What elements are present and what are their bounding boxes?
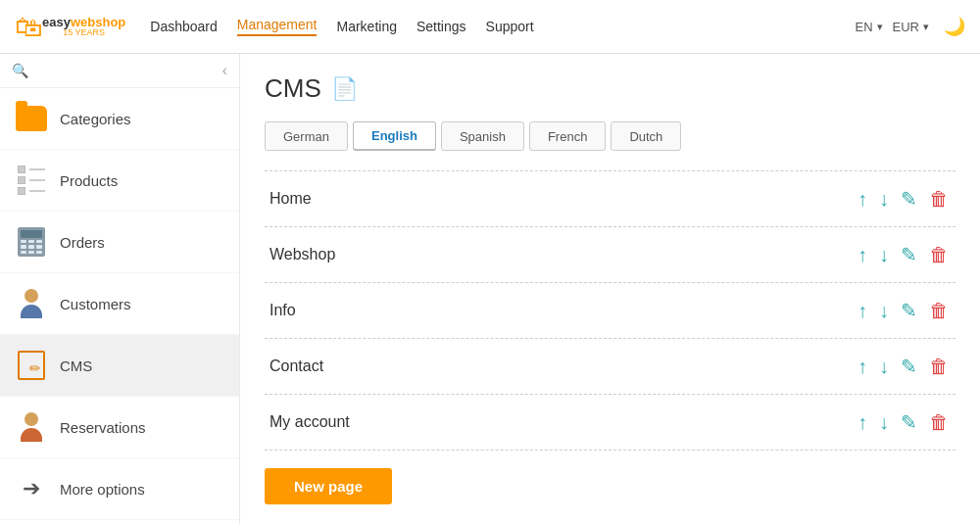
currency-selector[interactable]: EUR ▾: [893, 20, 929, 34]
sidebar-label-products: Products: [60, 172, 118, 189]
edit-button[interactable]: ✎: [899, 185, 919, 213]
main-nav: Dashboard Management Marketing Settings …: [150, 17, 533, 36]
nav-marketing[interactable]: Marketing: [336, 19, 396, 34]
lang-chevron-icon: ▾: [877, 21, 883, 33]
page-actions-info: ↑ ↓ ✎ 🗑: [856, 297, 951, 324]
search-bar: 🔍 ‹: [0, 54, 239, 88]
tab-german[interactable]: German: [265, 121, 348, 151]
edit-button[interactable]: ✎: [899, 297, 919, 324]
new-page-button[interactable]: New page: [265, 468, 392, 504]
customers-icon: [15, 287, 48, 320]
sidebar: 🔍 ‹ Categories: [0, 54, 240, 524]
nav-settings[interactable]: Settings: [416, 19, 466, 34]
currency-label: EUR: [893, 20, 919, 34]
page-actions-webshop: ↑ ↓ ✎ 🗑: [856, 241, 951, 268]
move-down-button[interactable]: ↓: [877, 298, 891, 324]
move-down-button[interactable]: ↓: [877, 409, 891, 436]
page-actions-home: ↑ ↓ ✎ 🗑: [856, 185, 951, 213]
cms-icon: ✏: [15, 349, 48, 382]
search-input[interactable]: [34, 64, 222, 78]
edit-button[interactable]: ✎: [899, 241, 919, 268]
page-actions-my-account: ↑ ↓ ✎ 🗑: [856, 408, 951, 436]
sidebar-item-orders[interactable]: Orders: [0, 212, 239, 273]
move-down-button[interactable]: ↓: [877, 354, 891, 380]
table-row: Contact ↑ ↓ ✎ 🗑: [265, 339, 956, 395]
move-down-button[interactable]: ↓: [877, 242, 891, 268]
more-options-icon: ➔: [15, 472, 48, 505]
header-right: EN ▾ EUR ▾ 🌙: [855, 16, 965, 37]
move-up-button[interactable]: ↑: [856, 354, 869, 380]
dark-mode-icon[interactable]: 🌙: [944, 16, 965, 37]
reservations-icon: [15, 410, 48, 444]
sidebar-item-products[interactable]: Products: [0, 150, 239, 212]
tab-english[interactable]: English: [353, 121, 436, 151]
table-row: Home ↑ ↓ ✎ 🗑: [265, 171, 956, 227]
move-up-button[interactable]: ↑: [856, 298, 869, 324]
header: 🛍 easywebshop 15 YEARS Dashboard Managem…: [0, 0, 980, 54]
table-row: My account ↑ ↓ ✎ 🗑: [265, 395, 956, 451]
sidebar-label-more-options: More options: [60, 481, 145, 498]
delete-button[interactable]: 🗑: [927, 186, 951, 213]
nav-support[interactable]: Support: [486, 19, 534, 34]
folder-icon: [15, 102, 48, 135]
sidebar-item-cms[interactable]: ✏ CMS: [0, 335, 239, 397]
table-row: Webshop ↑ ↓ ✎ 🗑: [265, 227, 956, 283]
products-icon: [15, 164, 48, 197]
page-name-contact: Contact: [270, 357, 856, 375]
main-layout: 🔍 ‹ Categories: [0, 54, 980, 524]
pages-list: Home ↑ ↓ ✎ 🗑 Webshop ↑ ↓ ✎ 🗑 Info: [265, 170, 956, 451]
move-up-button[interactable]: ↑: [856, 186, 869, 213]
table-row: Info ↑ ↓ ✎ 🗑: [265, 283, 956, 339]
cms-doc-icon: 📄: [331, 76, 358, 102]
sidebar-label-cms: CMS: [60, 357, 92, 374]
sidebar-label-categories: Categories: [60, 111, 131, 127]
logo-years: 15 YEARS: [42, 28, 125, 37]
content-area: CMS 📄 German English Spanish French Dutc…: [240, 54, 980, 524]
sidebar-label-customers: Customers: [60, 296, 131, 312]
delete-button[interactable]: 🗑: [927, 354, 951, 380]
delete-button[interactable]: 🗑: [927, 298, 951, 324]
delete-button[interactable]: 🗑: [927, 242, 951, 268]
move-up-button[interactable]: ↑: [856, 409, 869, 436]
logo-bag-icon: 🛍: [15, 11, 42, 43]
nav-dashboard[interactable]: Dashboard: [150, 19, 218, 34]
page-name-info: Info: [270, 302, 856, 319]
delete-button[interactable]: 🗑: [927, 409, 951, 436]
sidebar-item-categories[interactable]: Categories: [0, 88, 239, 150]
sidebar-item-customers[interactable]: Customers: [0, 273, 239, 335]
sidebar-label-reservations: Reservations: [60, 419, 146, 436]
logo: 🛍 easywebshop 15 YEARS: [15, 11, 125, 43]
page-name-my-account: My account: [270, 413, 856, 431]
lang-label: EN: [855, 20, 872, 34]
tab-spanish[interactable]: Spanish: [441, 121, 524, 151]
search-icon: 🔍: [12, 63, 28, 78]
sidebar-label-orders: Orders: [60, 234, 105, 251]
page-title: CMS: [265, 73, 321, 104]
tab-french[interactable]: French: [529, 121, 606, 151]
page-actions-contact: ↑ ↓ ✎ 🗑: [856, 353, 951, 380]
language-tabs: German English Spanish French Dutch: [265, 121, 956, 151]
page-name-webshop: Webshop: [270, 246, 856, 263]
orders-icon: [15, 225, 48, 259]
nav-management[interactable]: Management: [237, 17, 318, 36]
move-up-button[interactable]: ↑: [856, 242, 869, 268]
move-down-button[interactable]: ↓: [877, 186, 891, 213]
sidebar-item-reservations[interactable]: Reservations: [0, 397, 239, 458]
sidebar-collapse-icon[interactable]: ‹: [222, 62, 227, 79]
page-title-row: CMS 📄: [265, 73, 956, 104]
tab-dutch[interactable]: Dutch: [611, 121, 681, 151]
currency-chevron-icon: ▾: [923, 21, 929, 33]
language-selector[interactable]: EN ▾: [855, 20, 882, 34]
sidebar-item-more-options[interactable]: ➔ More options: [0, 458, 239, 520]
page-name-home: Home: [270, 190, 856, 208]
edit-button[interactable]: ✎: [899, 408, 919, 436]
edit-button[interactable]: ✎: [899, 353, 919, 380]
